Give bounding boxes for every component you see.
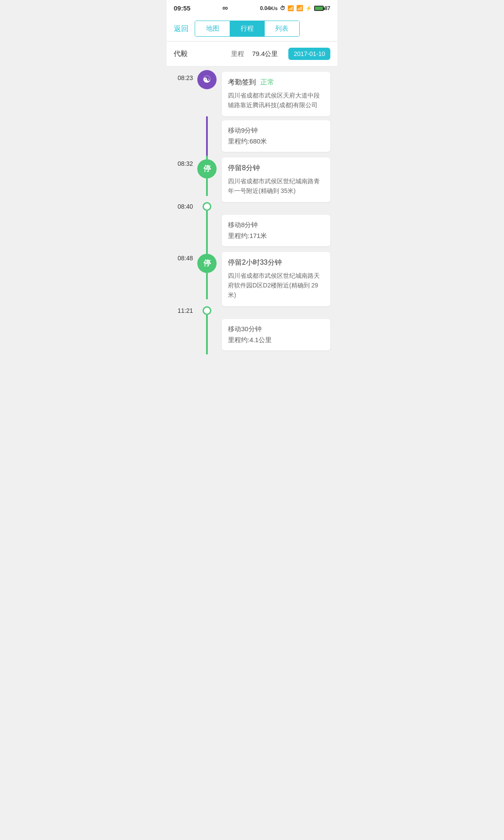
movement-content-2: 移动8分钟 里程约:171米 <box>222 211 337 250</box>
event-card-stop2: 停留2小时33分钟 四川省成都市武侯区世纪城南路天府软件园D区D2楼附近(精确到… <box>222 252 330 306</box>
signal-icon: 📶 <box>296 5 303 11</box>
header-nav: 返回 地图 行程 列表 <box>167 16 337 42</box>
time-0823: 08:23 <box>167 70 197 81</box>
time-0840: 08:40 <box>167 203 197 210</box>
event-address-stop2: 四川省成都市武侯区世纪城南路天府软件园D区D2楼附近(精确到 29米) <box>228 271 324 300</box>
movement-content-3: 移动30分钟 里程约:4.1公里 <box>222 315 337 354</box>
mileage-value: 79.4公里 <box>252 50 278 58</box>
end-time-stop2: 11:21 <box>167 306 337 315</box>
node-stop-1: 停 <box>197 159 217 178</box>
movement-3: 移动30分钟 里程约:4.1公里 <box>167 315 337 354</box>
battery-icon: 87 <box>314 5 330 11</box>
time-1121: 11:21 <box>167 307 197 314</box>
clock-icon: ⏱ <box>280 5 285 11</box>
dot-end-stop2 <box>203 306 211 315</box>
event-title-stop1: 停留8分钟 <box>228 164 324 173</box>
tab-trip[interactable]: 行程 <box>230 21 264 36</box>
status-right: 0.04K/s ⏱ 📶 📶 ⚡ 87 <box>260 5 330 11</box>
node-stop-2: 停 <box>197 254 217 273</box>
movement-duration-2: 移动8分钟 <box>228 221 324 229</box>
node-checkin: ☯ <box>197 70 217 89</box>
event-card-stop1: 停留8分钟 四川省成都市武侯区世纪城南路青年一号附近(精确到 35米) <box>222 158 330 202</box>
event-stop-2: 08:48 停 停留2小时33分钟 四川省成都市武侯区世纪城南路天府软件园D区D… <box>167 250 337 306</box>
movement-2: 移动8分钟 里程约:171米 <box>167 211 337 250</box>
stop-icon-1: 停 <box>203 164 211 174</box>
movement-distance-3: 里程约:4.1公里 <box>228 336 324 344</box>
movement-card-2: 移动8分钟 里程约:171米 <box>222 215 330 246</box>
status-bar: 09:55 ∞ 0.04K/s ⏱ 📶 📶 ⚡ 87 <box>167 0 337 16</box>
movement-content-1: 移动9分钟 里程约:680米 <box>222 116 337 156</box>
tab-list[interactable]: 列表 <box>265 21 299 36</box>
infinity-icon: ∞ <box>222 4 228 13</box>
back-button[interactable]: 返回 <box>174 24 195 34</box>
movement-1: 移动9分钟 里程约:680米 <box>167 116 337 156</box>
wifi-icon: 📶 <box>287 5 294 11</box>
charging-icon: ⚡ <box>305 5 312 11</box>
event-address-checkin: 四川省成都市武侯区天府大道中段辅路靠近腾讯科技(成都)有限公司 <box>228 91 324 110</box>
end-time-stop1: 08:40 <box>167 202 337 211</box>
info-row: 代毅 里程 79.4公里 2017-01-10 <box>167 42 337 66</box>
event-title-stop2: 停留2小时33分钟 <box>228 258 324 267</box>
movement-card-1: 移动9分钟 里程约:680米 <box>222 120 330 152</box>
status-time: 09:55 <box>174 4 190 12</box>
stop-icon-2: 停 <box>203 258 211 268</box>
movement-duration-3: 移动30分钟 <box>228 325 324 333</box>
driver-name: 代毅 <box>174 49 188 59</box>
dot-end-stop1 <box>203 202 211 211</box>
event-stop-1: 08:32 停 停留8分钟 四川省成都市武侯区世纪城南路青年一号附近(精确到 3… <box>167 156 337 202</box>
event-content-stop2: 停留2小时33分钟 四川省成都市武侯区世纪城南路天府软件园D区D2楼附近(精确到… <box>222 250 337 306</box>
tab-group: 地图 行程 列表 <box>195 21 300 37</box>
event-content-checkin: 考勤签到 正常 四川省成都市武侯区天府大道中段辅路靠近腾讯科技(成都)有限公司 <box>222 70 337 116</box>
status-normal: 正常 <box>260 78 274 87</box>
speed-value: 0.04K/s <box>260 5 277 11</box>
event-content-stop1: 停留8分钟 四川省成都市武侯区世纪城南路青年一号附近(精确到 35米) <box>222 156 337 202</box>
tab-map[interactable]: 地图 <box>195 21 230 36</box>
movement-duration-1: 移动9分钟 <box>228 126 324 135</box>
fingerprint-icon: ☯ <box>203 74 211 85</box>
movement-distance-1: 里程约:680米 <box>228 137 324 146</box>
event-card-checkin: 考勤签到 正常 四川省成都市武侯区天府大道中段辅路靠近腾讯科技(成都)有限公司 <box>222 72 330 116</box>
timeline: 08:23 ☯ 考勤签到 正常 四川省成都市武侯区天府大道中段辅路靠近腾讯科技(… <box>167 66 337 354</box>
event-address-stop1: 四川省成都市武侯区世纪城南路青年一号附近(精确到 35米) <box>228 176 324 196</box>
event-checkin: 08:23 ☯ 考勤签到 正常 四川省成都市武侯区天府大道中段辅路靠近腾讯科技(… <box>167 70 337 116</box>
movement-card-3: 移动30分钟 里程约:4.1公里 <box>222 319 330 350</box>
trip-date[interactable]: 2017-01-10 <box>288 48 330 60</box>
time-0848: 08:48 <box>167 250 197 262</box>
time-0832: 08:32 <box>167 156 197 167</box>
movement-distance-2: 里程约:171米 <box>228 232 324 240</box>
event-title-checkin: 考勤签到 正常 <box>228 78 324 87</box>
mileage-label: 里程 <box>231 50 244 58</box>
